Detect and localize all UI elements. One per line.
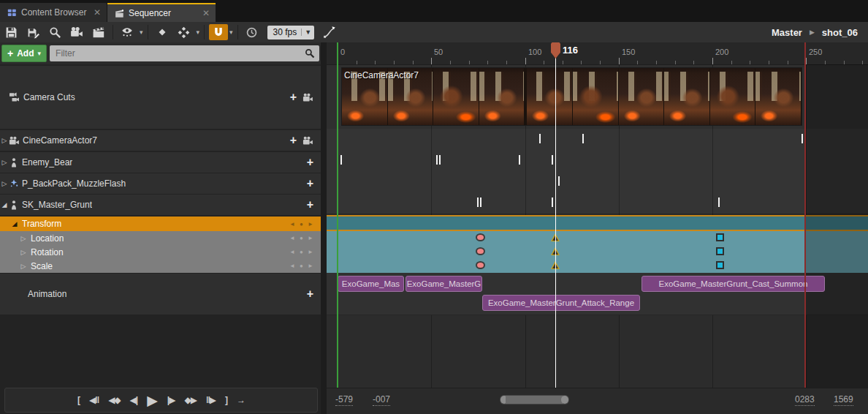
filmstrip-thumbnail[interactable] (573, 68, 618, 125)
filmstrip-thumbnail[interactable] (479, 68, 525, 125)
add-section-button[interactable]: + (307, 157, 313, 168)
expander-icon[interactable]: ◢ (0, 201, 9, 208)
view-range-start-field[interactable]: -007 (373, 394, 390, 406)
playhead-line[interactable] (555, 57, 556, 388)
animation-clip[interactable]: ExoGame_MasterGrunt_Attack_Range (482, 295, 640, 311)
key-square[interactable] (716, 247, 724, 255)
auto-key-options-button[interactable] (173, 23, 195, 41)
playback-mode-button[interactable]: → (237, 395, 245, 405)
tab-sequencer[interactable]: Sequencer ✕ (107, 3, 216, 22)
keyframe-tick[interactable] (539, 134, 541, 143)
keyframe-tick[interactable] (558, 176, 560, 186)
track-row-cinecameraactor7[interactable]: ▷ CineCameraActor7 + (0, 130, 321, 151)
filmstrip-thumbnail[interactable] (710, 68, 755, 125)
keyframe-tick[interactable] (480, 197, 481, 207)
jump-to-end-button[interactable]: ] (225, 395, 227, 405)
playback-options-button[interactable] (241, 23, 263, 41)
track-row-transform[interactable]: ◢ Transform ◄ ● ► (0, 217, 321, 231)
key-circle[interactable] (476, 247, 485, 255)
breadcrumb-shot[interactable]: shot_06 (822, 27, 858, 38)
fps-dropdown[interactable]: 30 fps ▼ (267, 26, 315, 39)
keyframe-tick[interactable] (552, 197, 553, 207)
lock-camera-icon[interactable] (302, 135, 313, 146)
step-forward-button[interactable]: |▶ (167, 395, 175, 405)
key-navigation[interactable]: ◄ ● ► (289, 263, 321, 269)
step-back-button[interactable]: ◀| (130, 395, 138, 405)
track-row-sk-master-grunt[interactable]: ◢ SK_Master_Grunt + (0, 195, 321, 215)
add-section-button[interactable]: + (290, 135, 297, 146)
add-section-button[interactable]: + (307, 199, 313, 211)
add-section-button[interactable]: + (307, 178, 313, 189)
scrollbar-thumb[interactable] (506, 396, 563, 404)
animation-clip[interactable]: ExoGame_MasterG (406, 276, 482, 292)
key-navigation[interactable]: ◄ ● ► (289, 235, 321, 241)
keyframe-tick[interactable] (436, 155, 438, 165)
track-row-camera-cuts[interactable]: Camera Cuts + (0, 66, 321, 129)
key-square[interactable] (716, 233, 724, 241)
keyframe-tick[interactable] (802, 134, 803, 143)
search-button[interactable] (44, 23, 66, 41)
snap-caret-icon[interactable]: ▾ (228, 29, 235, 36)
save-button[interactable] (0, 23, 22, 41)
step-to-next-frame-button[interactable]: ‖▶ (206, 395, 216, 405)
next-key-button[interactable]: ◆▶ (184, 395, 196, 405)
playback-range-end-marker[interactable] (804, 42, 806, 388)
previous-key-button[interactable]: ◀◆ (108, 395, 120, 405)
key-navigation[interactable]: ◄ ● ► (289, 221, 321, 227)
add-section-button[interactable]: + (307, 288, 313, 300)
track-row-muzzleflash[interactable]: ▷ P_BackPack_MuzzleFlash + (0, 173, 321, 194)
track-row-scale[interactable]: ▷ Scale ◄ ● ► (0, 259, 321, 273)
working-range-start-field[interactable]: -579 (335, 394, 353, 406)
pane-splitter[interactable] (321, 42, 327, 414)
add-track-button[interactable]: + Add ▾ (1, 45, 47, 62)
add-section-button[interactable]: + (290, 91, 297, 103)
keyframe-tick[interactable] (582, 134, 584, 143)
key-circle[interactable] (476, 233, 485, 241)
keyframe-tick[interactable] (718, 197, 720, 207)
keyframe-tick[interactable] (340, 155, 342, 165)
close-icon[interactable]: ✕ (94, 7, 101, 18)
playback-range-start-marker[interactable] (337, 42, 338, 388)
animation-clip[interactable]: ExoGame_MasterGrunt_Cast_Summon (642, 276, 825, 292)
expander-icon[interactable]: ▷ (19, 235, 28, 242)
auto-key-caret-icon[interactable]: ▾ (195, 29, 202, 36)
expander-icon[interactable]: ◢ (10, 220, 19, 227)
curve-editor-button[interactable] (319, 23, 340, 41)
expander-icon[interactable]: ▷ (19, 249, 28, 256)
jump-to-front-button[interactable]: [ (77, 395, 80, 405)
snap-button[interactable] (209, 24, 228, 40)
tab-content-browser[interactable]: Content Browser ✕ (0, 3, 107, 22)
filmstrip-thumbnail[interactable] (755, 68, 801, 125)
horizontal-scrollbar[interactable] (500, 395, 569, 404)
close-icon[interactable]: ✕ (202, 8, 210, 18)
keyframe-tick[interactable] (519, 155, 520, 165)
step-to-previous-frame-button[interactable]: ◀‖ (89, 395, 99, 405)
keyframe-tick[interactable] (477, 197, 479, 207)
expander-icon[interactable]: ▷ (0, 180, 9, 187)
track-row-enemy-bear[interactable]: ▷ Enemy_Bear + (0, 152, 321, 173)
filmstrip-thumbnail[interactable] (527, 68, 572, 125)
keyframe-button[interactable] (151, 23, 173, 41)
filter-input[interactable] (54, 48, 302, 59)
keyframe-tick[interactable] (552, 155, 553, 165)
transform-section[interactable] (327, 215, 868, 231)
time-ruler[interactable]: 050100150200250 (327, 42, 868, 65)
expander-icon[interactable]: ▷ (19, 263, 28, 270)
key-circle[interactable] (476, 261, 485, 269)
camera-button[interactable] (66, 23, 88, 41)
track-row-location[interactable]: ▷ Location ◄ ● ► (0, 231, 321, 245)
key-square[interactable] (716, 261, 724, 269)
view-options-caret-icon[interactable]: ▾ (138, 29, 145, 36)
filter-box[interactable] (50, 45, 319, 61)
animation-clip[interactable]: ExoGame_Mas (338, 276, 404, 292)
filmstrip-thumbnail[interactable] (619, 68, 664, 125)
key-navigation[interactable]: ◄ ● ► (289, 249, 321, 255)
keyframe-tick[interactable] (439, 155, 441, 165)
filmstrip-thumbnail[interactable] (664, 68, 709, 125)
save-as-button[interactable] (22, 23, 44, 41)
render-movie-button[interactable] (88, 23, 110, 41)
view-range-end-field[interactable]: 0283 (795, 394, 815, 406)
breadcrumb-master[interactable]: Master (772, 27, 802, 38)
play-button[interactable]: ▶ (147, 392, 158, 409)
track-row-animation[interactable]: Animation + (0, 274, 321, 315)
